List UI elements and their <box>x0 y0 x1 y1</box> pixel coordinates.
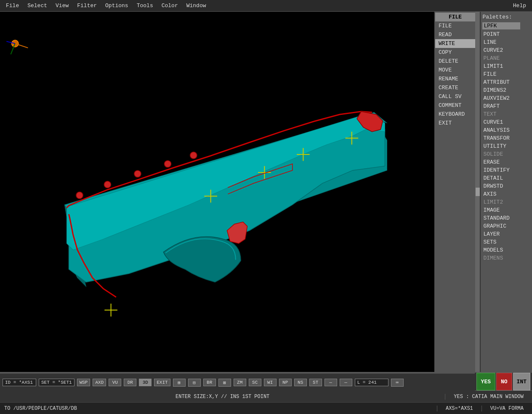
info-axs: AXS=*AXS1 <box>437 406 481 411</box>
palette-standard[interactable]: STANDARD <box>481 214 532 222</box>
btn-axd[interactable]: AXD <box>93 379 106 386</box>
file-menu-file[interactable]: FILE <box>435 21 475 30</box>
btn-exit[interactable]: EXIT <box>154 379 170 386</box>
file-menu-comment[interactable]: COMMENT <box>435 101 475 110</box>
menu-filter[interactable]: Filter <box>73 2 101 10</box>
menu-file[interactable]: File <box>2 2 23 10</box>
file-menu-read[interactable]: READ <box>435 30 475 39</box>
palette-point[interactable]: POINT <box>481 30 532 38</box>
btn-wi[interactable]: WI <box>264 379 277 386</box>
palette-attribut[interactable]: ATTRIBUT <box>481 78 532 86</box>
file-menu-panel: FILE FILE READ WRITE COPY DELETE MOVE RE… <box>435 12 475 372</box>
menubar: File Select View Filter Options Tools Co… <box>0 0 532 12</box>
btn-br[interactable]: BR <box>203 379 216 386</box>
menu-options[interactable]: Options <box>101 2 133 10</box>
palette-analysis[interactable]: ANALYSIS <box>481 126 532 134</box>
palette-draft[interactable]: DRAFT <box>481 102 532 110</box>
int-button[interactable]: INT <box>513 373 530 390</box>
cmd-bar: ENTER SIZE:X,Y // INS 1ST POINT YES : CA… <box>0 390 532 402</box>
cmd-text: ENTER SIZE:X,Y // INS 1ST POINT <box>0 394 445 400</box>
yn-buttons: YES NO INT <box>475 373 532 390</box>
info-bar: TO /USR/PEOPLE/CATUSR/DB AXS=*AXS1 VU=VA… <box>0 402 532 414</box>
svg-point-7 <box>164 160 171 167</box>
btn-icon2[interactable]: ⊟ <box>188 379 201 387</box>
yes-button[interactable]: YES <box>476 373 495 390</box>
btn-dash1[interactable]: — <box>325 379 337 386</box>
file-menu-create[interactable]: CREATE <box>435 83 475 92</box>
svg-point-8 <box>134 170 141 177</box>
btn-dr[interactable]: DR <box>124 379 136 386</box>
palette-text: TEXT <box>481 110 532 118</box>
palette-dimens2[interactable]: DIMENS2 <box>481 86 532 94</box>
file-menu-delete[interactable]: DELETE <box>435 57 475 66</box>
panel-scrollbar[interactable] <box>475 12 480 372</box>
menu-help[interactable]: Help <box>509 2 530 10</box>
file-menu-keyboard[interactable]: KEYBOARD <box>435 110 475 119</box>
info-path: TO /USR/PEOPLE/CATUSR/DB <box>0 406 437 411</box>
palette-curve1[interactable]: CURVE1 <box>481 118 532 126</box>
id-field: ID = *AXS1 <box>3 379 36 386</box>
btn-icon1[interactable]: ⊞ <box>173 379 186 387</box>
palette-layer[interactable]: LAYER <box>481 230 532 238</box>
right-panel: FILE FILE READ WRITE COPY DELETE MOVE RE… <box>435 12 532 372</box>
palette-image[interactable]: IMAGE <box>481 206 532 214</box>
viewport-3d[interactable] <box>0 12 435 372</box>
file-menu-exit[interactable]: EXIT <box>435 119 475 127</box>
btn-icon3[interactable]: ⊠ <box>218 379 231 387</box>
svg-point-9 <box>104 181 111 188</box>
palette-erase[interactable]: ERASE <box>481 158 532 166</box>
info-vu: VU=VA FORMA <box>481 406 532 411</box>
btn-kbd[interactable]: ⌨ <box>391 379 404 387</box>
palette-models[interactable]: MODELS <box>481 246 532 254</box>
palette-graphic[interactable]: GRAPHIC <box>481 222 532 230</box>
l-field: L = 241 <box>355 379 388 386</box>
scrollbar-thumb[interactable] <box>476 188 480 196</box>
cmd-yes-text: YES : CATIA MAIN WINDOW <box>445 394 532 400</box>
file-menu-callsv[interactable]: CALL SV <box>435 92 475 101</box>
file-panel-title: FILE <box>435 13 475 21</box>
palette-sets[interactable]: SETS <box>481 238 532 246</box>
menu-window[interactable]: Window <box>182 2 210 10</box>
menu-tools[interactable]: Tools <box>133 2 157 10</box>
palette-drwstd[interactable]: DRWSTD <box>481 182 532 190</box>
palette-auxview2[interactable]: AUXVIEW2 <box>481 94 532 102</box>
file-menu-write[interactable]: WRITE <box>435 39 475 48</box>
btn-wsp[interactable]: WSP <box>77 379 90 386</box>
palette-dimens: DIMENS <box>481 254 532 262</box>
palette-limit1[interactable]: LIMIT1 <box>481 62 532 70</box>
palette-axis[interactable]: AXIS <box>481 190 532 198</box>
palette-detail[interactable]: DETAIL <box>481 174 532 182</box>
palette-limit2: LIMIT2 <box>481 198 532 206</box>
statusbar: ID = *AXS1 SET = *SET1 WSP AXD VU DR 3D … <box>0 373 475 391</box>
palette-line[interactable]: LINE <box>481 38 532 46</box>
btn-sc[interactable]: SC <box>249 379 261 386</box>
btn-vu[interactable]: VU <box>109 379 121 386</box>
file-menu-move[interactable]: MOVE <box>435 66 475 74</box>
file-menu-rename[interactable]: RENAME <box>435 74 475 83</box>
palette-identify[interactable]: IDENTIFY <box>481 166 532 174</box>
palette-plane: PLANE <box>481 54 532 62</box>
palette-utility[interactable]: UTILITY <box>481 142 532 150</box>
menu-select[interactable]: Select <box>23 2 51 10</box>
palette-curve2[interactable]: CURVE2 <box>481 46 532 54</box>
menu-color[interactable]: Color <box>157 2 182 10</box>
btn-np[interactable]: NP <box>279 379 292 386</box>
btn-ns[interactable]: NS <box>294 379 307 386</box>
btn-zm[interactable]: ZM <box>234 379 246 386</box>
palette-input[interactable] <box>482 22 520 29</box>
file-menu-copy[interactable]: COPY <box>435 48 475 57</box>
btn-st[interactable]: ST <box>309 379 322 386</box>
set-field: SET = *SET1 <box>39 379 74 386</box>
palettes-title: Palettes: <box>481 13 532 21</box>
palettes-panel: Palettes: POINT LINE CURVE2 PLANE LIMIT1… <box>480 12 532 372</box>
svg-point-6 <box>190 152 197 159</box>
palette-transfor[interactable]: TRANSFOR <box>481 134 532 142</box>
menu-view[interactable]: View <box>51 2 73 10</box>
svg-point-10 <box>76 192 83 199</box>
no-button[interactable]: NO <box>496 373 512 390</box>
btn-dash2[interactable]: — <box>340 379 352 386</box>
btn-3d[interactable]: 3D <box>139 379 152 386</box>
palette-file[interactable]: FILE <box>481 70 532 78</box>
palette-solide: SOLIDE <box>481 150 532 158</box>
